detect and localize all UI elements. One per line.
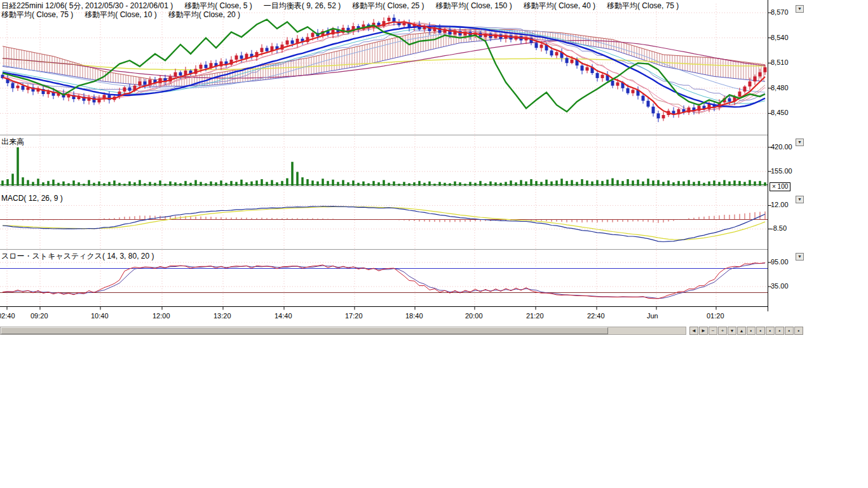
toolbar-button-10[interactable]: ▪: [775, 327, 784, 335]
chart-application-window: 日経225mini 12/06( 5分, 2012/05/30 - 2012/0…: [0, 0, 868, 488]
price-axis-label: 8,540: [771, 34, 789, 41]
stoch-axis-label: 35.00: [771, 282, 789, 290]
time-axis-label: 20:00: [465, 312, 483, 320]
time-axis-label: 10:40: [91, 312, 109, 320]
stoch-pane-scroll-button[interactable]: ▼: [796, 253, 804, 261]
indicator-label: 移動平均( Close, 20 ): [168, 10, 240, 19]
macd-pane: [0, 207, 768, 242]
horizontal-scrollbar[interactable]: [0, 327, 686, 335]
indicator-legend-row-2: 移動平均( Close, 75 )移動平均( Close, 10 )移動平均( …: [1, 10, 252, 20]
indicator-label: 一目均衡表( 9, 26, 52 ): [264, 1, 341, 10]
toolbar-button-9[interactable]: ▪: [766, 327, 775, 335]
macd-histogram: [8, 212, 765, 223]
scroll-right-button[interactable]: ►: [699, 327, 708, 335]
price-axis-label: 8,570: [771, 8, 789, 16]
scrollbar-thumb[interactable]: [1, 327, 608, 334]
toolbar-button-7[interactable]: ▪: [747, 327, 756, 335]
toolbar-button-12[interactable]: ▪: [794, 327, 803, 335]
chart-canvas: [0, 0, 868, 337]
volume-pane-title: 出来高: [1, 137, 24, 147]
macd-pane-title: MACD( 12, 26, 9 ): [1, 194, 63, 203]
toolbar-button-8[interactable]: ▪: [756, 327, 765, 335]
time-axis: 02:4009:2010:4012:0013:2014:4017:2018:40…: [0, 312, 768, 321]
toolbar-button-5[interactable]: ▾: [728, 327, 736, 335]
price-axis-label: 8,510: [771, 58, 789, 66]
price-axis-label: 8,450: [771, 109, 789, 116]
scroll-left-button[interactable]: ◄: [689, 327, 698, 335]
macd-pane-scroll-button[interactable]: ▼: [796, 196, 804, 203]
right-axis: 8,5708,5408,5108,4808,450420.00155.0012.…: [771, 0, 809, 318]
volume-pane: [0, 147, 768, 186]
indicator-label: 移動平均( Close, 5 ): [184, 1, 252, 10]
time-axis-label: 17:20: [345, 312, 363, 320]
toolbar-button-6[interactable]: ▴: [737, 327, 746, 335]
macd-signal-line: [3, 207, 765, 240]
time-axis-label: 01:20: [707, 312, 724, 320]
price-pane-scroll-button[interactable]: ▼: [796, 5, 804, 13]
volume-axis-label: 420.00: [771, 143, 792, 151]
stoch-axis-label: 95.00: [771, 258, 789, 266]
indicator-label: 移動平均( Close, 75 ): [607, 1, 679, 10]
zoom-in-button[interactable]: +: [718, 327, 727, 335]
volume-pane-scroll-button[interactable]: ▼: [796, 139, 804, 146]
time-axis-label: 13:20: [214, 312, 231, 320]
indicator-label: 移動平均( Close, 10 ): [85, 10, 156, 19]
time-axis-label: 18:40: [405, 312, 423, 320]
indicator-label: 移動平均( Close, 40 ): [524, 1, 595, 10]
indicator-label: 移動平均( Close, 25 ): [352, 1, 424, 10]
time-axis-label: Jun: [647, 312, 658, 320]
stoch-pane: [0, 263, 768, 299]
indicator-label: 移動平均( Close, 150 ): [436, 1, 512, 10]
time-axis-label: 12:00: [153, 312, 170, 320]
price-axis-label: 8,480: [771, 84, 789, 92]
macd-axis-label: -8.50: [771, 224, 787, 232]
macd-axis-label: 12.00: [771, 201, 789, 208]
time-axis-label: 02:40: [0, 312, 15, 320]
indicator-label: 移動平均( Close, 75 ): [1, 10, 73, 19]
toolbar-button-11[interactable]: ▪: [785, 327, 794, 335]
indicator-label: 日経225mini 12/06( 5分, 2012/05/30 - 2012/0…: [1, 1, 173, 10]
time-axis-label: 22:40: [587, 312, 605, 320]
chart-toolbar: ◄►−+▾▴▪▪▪▪▪▪: [689, 327, 804, 335]
price-pane: [1, 15, 767, 123]
stoch-pane-title: スロー・ストキャスティクス( 14, 3, 80, 20 ): [1, 251, 154, 262]
zoom-out-button[interactable]: −: [709, 327, 717, 335]
volume-bars: [3, 147, 765, 186]
volume-axis-label: 155.00: [771, 167, 792, 175]
time-axis-label: 09:20: [31, 312, 48, 320]
time-axis-label: 21:20: [526, 312, 544, 320]
time-axis-label: 14:40: [275, 312, 292, 320]
